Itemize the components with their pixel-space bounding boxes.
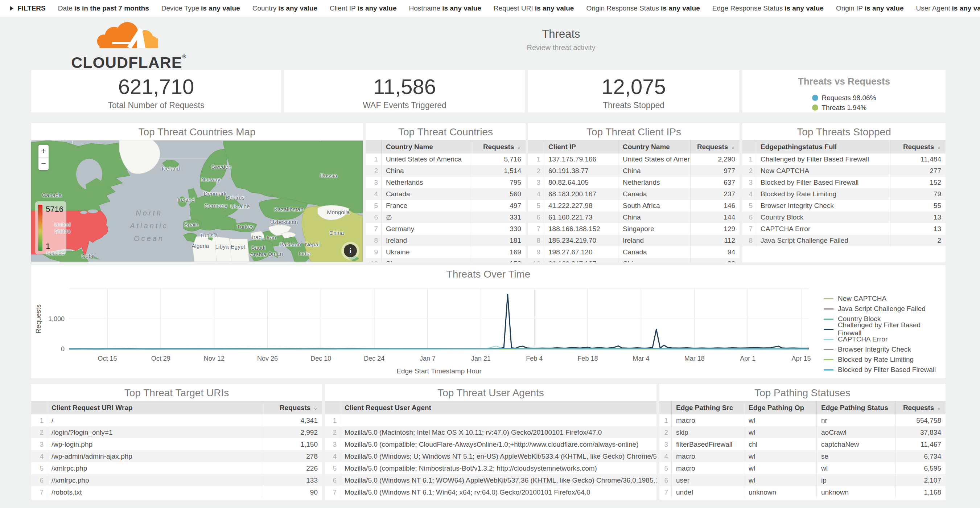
chart-legend-item[interactable]: Java Script Challenge Failed [824, 304, 945, 314]
stat-label: Total Number of Requests [31, 100, 281, 110]
table-cell: China [618, 258, 690, 262]
table-row[interactable]: 3Netherlands795 [366, 177, 525, 188]
table-row[interactable]: 8185.234.219.70Ireland112 [528, 235, 740, 246]
world-map-canvas[interactable] [31, 140, 363, 262]
table-row[interactable]: 3filterBasedFirewallchlcaptchaNew11,467 [659, 438, 945, 450]
table-row[interactable]: 7undefunknownunknown1,168 [659, 486, 945, 498]
chart-legend-item[interactable]: Blocked by Filter Based Firewall [824, 365, 945, 375]
filter-chip[interactable]: Dateis in the past 7 months [58, 4, 149, 12]
table-row[interactable]: 1137.175.79.166United States of America2… [528, 153, 740, 165]
table-cell: 237 [690, 188, 740, 200]
column-header[interactable]: Client Request URI Wrap [47, 401, 262, 414]
column-header[interactable]: Edge Pathing Src [672, 401, 744, 414]
table-row[interactable]: 5macrowlwl6,595 [659, 462, 945, 474]
table-cell: Mozilla/5.0 (compatible; Nimbostratus-Bo… [340, 462, 657, 474]
table-row[interactable]: 5/xmlrpc.php226 [31, 462, 322, 474]
table-row[interactable]: 1061.160.247.127China88 [528, 258, 740, 262]
table-row[interactable]: 1/4,341 [31, 414, 322, 426]
table-row[interactable]: 1 [325, 414, 657, 426]
table-row[interactable]: 9198.27.67.120Canada94 [528, 246, 740, 258]
table-cell: / [47, 414, 262, 426]
threats-over-time-chart[interactable]: Oct 15Oct 29Nov 12Nov 26Dec 10Dec 24Jan … [31, 280, 945, 378]
map-zoom-out-button[interactable]: − [38, 158, 49, 170]
donut-legend-item[interactable]: Requests 98.06% [812, 93, 876, 103]
table-row[interactable]: 4Blocked by Rate Limiting79 [743, 188, 945, 200]
table-row[interactable]: 5Browser Integrity Check55 [743, 200, 945, 212]
table-row[interactable]: 468.183.200.167Canada237 [528, 188, 740, 200]
table-row[interactable]: 380.82.64.105Netherlands637 [528, 177, 740, 188]
filters-toggle[interactable]: FILTERS [10, 4, 46, 12]
table-row[interactable]: 541.222.227.98South Africa146 [528, 200, 740, 212]
table-row[interactable]: 8Java Script Challenge Failed2 [743, 235, 945, 246]
table-body: 1137.175.79.166United States of America2… [528, 153, 740, 262]
table-row[interactable]: 2/login/?login_only=12,992 [31, 426, 322, 438]
table-row[interactable]: 6//xmlrpc.php133 [31, 474, 322, 486]
column-header[interactable]: Requests⌄ [891, 140, 945, 153]
table-row[interactable]: 4Canada560 [366, 188, 525, 200]
column-header[interactable]: Country Name [618, 140, 690, 153]
row-index: 3 [31, 438, 47, 450]
table-cell: Browser Integrity Check [756, 200, 891, 212]
table-row[interactable]: 4/wp-admin/admin-ajax.php278 [31, 450, 322, 462]
chart-legend-item[interactable]: New CAPTCHA [824, 293, 945, 304]
filter-chip[interactable]: Request URIis any value [494, 4, 574, 12]
table-row[interactable]: 6∅331 [366, 212, 525, 223]
filter-chip[interactable]: Hostnameis any value [409, 4, 481, 12]
donut-legend-item[interactable]: Threats 1.94% [812, 103, 876, 113]
table-row[interactable]: 3Blocked by Filter Based Firewall152 [743, 177, 945, 188]
chart-legend-item[interactable]: Challenged by Filter Based Firewall [824, 324, 945, 334]
world-map[interactable]: CanadaUnited StatesMexicoCubaIcelandIrel… [31, 140, 363, 262]
column-header[interactable]: Edge Pathing Op [744, 401, 817, 414]
table-row[interactable]: 7CAPTCHA Error13 [743, 223, 945, 235]
filter-condition: is any value [358, 4, 397, 12]
table-row[interactable]: 1United States of America5,716 [366, 153, 525, 165]
column-header[interactable]: Requests⌄ [262, 401, 322, 414]
table-row[interactable]: 6Mozilla/5.0 (Windows NT 6.1; WOW64) App… [325, 474, 657, 486]
table-row[interactable]: 7188.166.188.152Singapore129 [528, 223, 740, 235]
filter-chip[interactable]: Origin Response Statusis any value [586, 4, 700, 12]
filter-chip[interactable]: Device Typeis any value [161, 4, 240, 12]
table-row[interactable]: 9Ukraine169 [366, 246, 525, 258]
table-row[interactable]: 2China1,514 [366, 165, 525, 177]
table-row[interactable]: 4macrowlse6,734 [659, 450, 945, 462]
column-header[interactable]: Client IP [544, 140, 618, 153]
column-header[interactable]: Edgepathingstatus Full [756, 140, 891, 153]
table-row[interactable]: 7Germany330 [366, 223, 525, 235]
map-zoom-in-button[interactable]: + [38, 145, 49, 158]
chart-legend-item[interactable]: Blocked by Rate Limiting [824, 355, 945, 365]
chart-legend-item[interactable]: Browser Integrity Check [824, 344, 945, 355]
column-header[interactable]: Client Request User Agent [340, 401, 657, 414]
table-row[interactable]: 8Ireland181 [366, 235, 525, 246]
column-header[interactable]: Requests⌄ [471, 140, 525, 153]
table-row[interactable]: 1Challenged by Filter Based Firewall11,4… [743, 153, 945, 165]
table-row[interactable]: 10Singapore158 [366, 258, 525, 262]
filter-chip[interactable]: Edge Response Statusis any value [712, 4, 824, 12]
filter-chip[interactable]: Origin IPis any value [836, 4, 904, 12]
table-row[interactable]: 2skipwlaoCrawl37,834 [659, 426, 945, 438]
map-info-button[interactable]: i [344, 244, 357, 257]
table-row[interactable]: 6userwlip2,107 [659, 474, 945, 486]
table-row[interactable]: 2Mozilla/5.0 (Macintosh; Intel Mac OS X … [325, 426, 657, 438]
column-header[interactable]: Requests⌄ [690, 140, 740, 153]
table-row[interactable]: 5Mozilla/5.0 (compatible; Nimbostratus-B… [325, 462, 657, 474]
table-row[interactable]: 3/wp-login.php1,150 [31, 438, 322, 450]
table-row[interactable]: 3Mozilla/5.0 (compatible; CloudFlare-Alw… [325, 438, 657, 450]
table-row[interactable]: 7Mozilla/5.0 (Windows NT 6.1; Win64; x64… [325, 486, 657, 498]
filter-chip[interactable]: User Agentis any value [916, 4, 980, 12]
sort-desc-icon: ⌄ [517, 144, 521, 150]
table-row[interactable]: 6Country Block13 [743, 212, 945, 223]
column-header[interactable]: Edge Pathing Status [817, 401, 896, 414]
column-header[interactable]: Country Name [382, 140, 471, 153]
column-header[interactable]: Requests⌄ [896, 401, 945, 414]
table-row[interactable]: 260.191.38.77China977 [528, 165, 740, 177]
table-row[interactable]: 7/robots.txt90 [31, 486, 322, 498]
row-index: 9 [528, 246, 544, 258]
table-row[interactable]: 661.160.221.73China144 [528, 212, 740, 223]
filter-chip[interactable]: Client IPis any value [330, 4, 397, 12]
filter-chip[interactable]: Countryis any value [253, 4, 317, 12]
table-row[interactable]: 1macrowlnr554,758 [659, 414, 945, 426]
table-row[interactable]: 2New CAPTCHA277 [743, 165, 945, 177]
table-cell: 4,341 [262, 414, 322, 426]
table-row[interactable]: 5France497 [366, 200, 525, 212]
table-row[interactable]: 4Mozilla/5.0 (Windows; U; Windows NT 5.1… [325, 450, 657, 462]
